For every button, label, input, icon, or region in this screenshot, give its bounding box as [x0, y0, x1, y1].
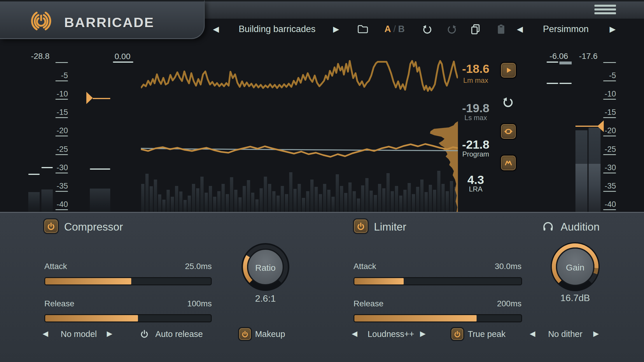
limiter-mode-next-button[interactable]: ▶: [420, 329, 426, 338]
waveform-bar: [251, 193, 254, 212]
copy-icon: [470, 23, 481, 35]
input-peak-hold-left: [28, 174, 40, 175]
waveform-bar: [340, 186, 343, 212]
limiter-attack-label: Attack: [354, 262, 376, 271]
reset-measurement-button[interactable]: [502, 96, 514, 108]
power-icon: [241, 330, 249, 338]
threshold-marker-triangle[interactable]: [86, 92, 93, 104]
folder-icon: [357, 24, 368, 34]
dither-prev-button[interactable]: ◀: [530, 329, 535, 338]
waveform-bar: [344, 193, 347, 212]
model-selector[interactable]: No model: [52, 329, 105, 339]
true-peak-toggle[interactable]: [452, 328, 463, 340]
waveform-bar: [205, 193, 208, 212]
ab-b-label[interactable]: B: [398, 24, 405, 34]
momentary-loudness-curve: [141, 61, 458, 91]
limiter-release-label: Release: [354, 299, 384, 308]
waveform-bar: [158, 194, 161, 212]
preset-prev-button[interactable]: ◀: [213, 18, 219, 40]
limiter-attack-slider[interactable]: [354, 277, 522, 285]
readout-ls-max-value: -19.8: [455, 101, 496, 115]
ratio-knob[interactable]: Ratio: [239, 241, 292, 293]
compressor-attack-slider[interactable]: [44, 277, 212, 285]
dither-selector[interactable]: No dither: [539, 329, 592, 339]
scale-tick-line: [55, 80, 68, 81]
makeup-toggle[interactable]: [239, 328, 251, 340]
redo-button[interactable]: [446, 23, 458, 35]
paste-button[interactable]: [495, 23, 508, 36]
ceiling-value[interactable]: 0.00: [112, 52, 133, 61]
menu-button[interactable]: [594, 5, 616, 15]
waveform-bar: [183, 200, 187, 212]
limiter-power-button[interactable]: [354, 219, 368, 233]
waveform-bar: [298, 184, 301, 212]
scale-tick-line: [55, 136, 68, 136]
loop-icon: [504, 127, 513, 136]
undo-button[interactable]: [421, 23, 433, 35]
skin-prev-button[interactable]: ◀: [517, 18, 523, 40]
makeup-label[interactable]: Makeup: [253, 329, 288, 339]
preset-browser-button[interactable]: [356, 23, 369, 35]
loudness-history-graph: [141, 47, 458, 212]
redo-icon: [447, 24, 457, 34]
scale-tick-label: -5: [590, 71, 616, 80]
scale-tick-label: -20: [42, 126, 68, 135]
waveform-bar: [285, 194, 288, 212]
limiter-mode-selector[interactable]: Loudness++: [362, 329, 420, 339]
compressor-power-button[interactable]: [44, 219, 58, 233]
copy-button[interactable]: [469, 23, 482, 36]
waveform-bar: [239, 197, 242, 212]
skin-name[interactable]: Persimmon: [531, 18, 600, 40]
ab-a-label[interactable]: A: [384, 24, 391, 34]
waveform-bar: [382, 188, 386, 212]
play-button[interactable]: [501, 63, 516, 78]
readout-ls-max-label: Ls max: [455, 114, 496, 122]
true-peak-label[interactable]: True peak: [466, 329, 508, 339]
scale-tick-line: [603, 117, 616, 118]
preset-name[interactable]: Building barricades: [225, 18, 330, 40]
loop-button[interactable]: [501, 124, 516, 139]
limiter-release-slider[interactable]: [354, 314, 522, 322]
preset-next-button[interactable]: ▶: [333, 18, 339, 40]
compressor-attack-label: Attack: [44, 262, 67, 271]
scale-tick-label: -15: [590, 108, 616, 117]
compressor-release-slider[interactable]: [44, 314, 212, 322]
scale-tick-line: [55, 62, 68, 63]
waveform-bar: [374, 195, 377, 212]
skin-next-button[interactable]: ▶: [610, 18, 616, 40]
waveform-bar: [260, 188, 263, 212]
auto-release-label[interactable]: Auto release: [153, 329, 205, 339]
scale-tick-line: [603, 62, 616, 63]
limiter-mode-prev-button[interactable]: ◀: [352, 329, 357, 338]
gain-knob[interactable]: Gain: [549, 240, 601, 293]
waveform-bar: [327, 190, 330, 212]
dither-next-button[interactable]: ▶: [593, 329, 599, 338]
waveform-bar: [306, 191, 309, 212]
waveform-bar: [234, 190, 237, 212]
scale-tick-label: -10: [42, 89, 68, 99]
model-prev-button[interactable]: ◀: [43, 329, 48, 338]
limiter-attack-value: 30.0ms: [456, 262, 522, 271]
audition-headphones: [541, 220, 555, 233]
scale-tick-line: [603, 173, 616, 173]
ab-compare[interactable]: A/B: [384, 18, 405, 40]
waveform-bar: [222, 184, 225, 212]
scale-tick-label: -5: [42, 71, 68, 80]
limiter-title: Limiter: [374, 221, 406, 233]
waveform-icon: [504, 158, 513, 168]
waveform-bar: [315, 187, 318, 212]
waveform-bars: [141, 171, 457, 212]
waveform-bar: [226, 194, 229, 212]
gain-reduction-max-value[interactable]: -6.06: [546, 52, 572, 61]
ceiling-marker-line[interactable]: [113, 61, 133, 63]
readout-program-label: Program: [455, 150, 496, 158]
model-next-button[interactable]: ▶: [107, 329, 112, 338]
waveform-bar: [323, 184, 326, 212]
auto-release-toggle[interactable]: [139, 328, 150, 339]
waveform-bar: [433, 190, 436, 212]
play-icon: [504, 66, 513, 75]
waveform-view-button[interactable]: [501, 156, 516, 170]
waveform-bar: [399, 196, 402, 212]
scale-tick-line: [55, 191, 68, 192]
waveform-bar: [391, 191, 394, 212]
